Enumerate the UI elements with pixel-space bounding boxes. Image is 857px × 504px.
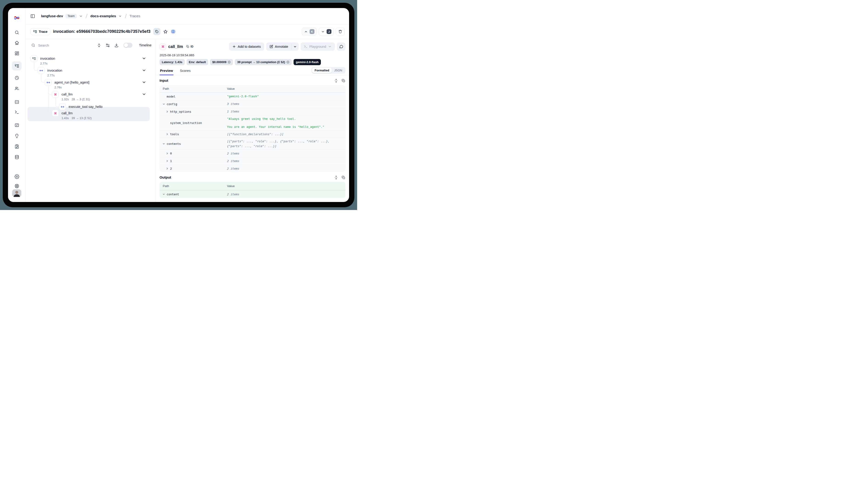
expand-row-chevron-icon[interactable] xyxy=(166,152,169,155)
sidebar-dashboard-icon[interactable] xyxy=(13,50,20,57)
sidebar-datasets-icon[interactable] xyxy=(13,153,20,161)
output-table: PathValuecontent2 items xyxy=(159,182,346,198)
table-row: 22 items xyxy=(159,165,346,172)
collapse-node-chevron-icon[interactable] xyxy=(142,92,147,97)
table-row: system_instruction"Always greet using th… xyxy=(159,115,346,130)
bookmark-star-button[interactable] xyxy=(163,29,168,34)
sidebar-search-icon[interactable] xyxy=(13,29,20,36)
expand-row-chevron-icon[interactable] xyxy=(166,133,169,136)
table-header: PathValue xyxy=(159,182,346,190)
node-duration: 1.43s xyxy=(62,116,69,120)
view-mode-json[interactable]: JSON xyxy=(332,68,345,73)
path-cell: contents xyxy=(159,142,227,146)
sidebar-evals-icon[interactable] xyxy=(13,132,20,139)
collapse-node-chevron-icon[interactable] xyxy=(142,80,147,85)
window-frame: langfuse-dev Team docs-examples Traces T… xyxy=(3,3,354,207)
collapse-node-chevron-icon[interactable] xyxy=(142,68,147,73)
collapse-row-chevron-icon[interactable] xyxy=(162,103,165,105)
sidebar-tracing-icon[interactable] xyxy=(12,61,21,70)
add-to-datasets-button[interactable]: Add to datasets xyxy=(229,43,264,51)
observation-timestamp: 2025-08-19 10:59:54.865 xyxy=(156,51,349,57)
star-icon xyxy=(163,29,168,34)
sidebar-sessions-icon[interactable] xyxy=(13,74,20,81)
comments-button[interactable] xyxy=(337,43,346,51)
detail-tabs: Preview Scores Formatted JSON xyxy=(156,68,349,75)
tree-node-invocation-0[interactable]: invocation2.77s xyxy=(26,55,156,65)
sidebar-home-icon[interactable] xyxy=(13,39,20,46)
detail-scroll-area[interactable]: Input PathValuemodel"gemini-2.0-flash"co… xyxy=(156,75,349,202)
value-cell: 2 items xyxy=(227,151,346,156)
annotate-label: Annotate xyxy=(275,45,288,48)
table-row: config3 items xyxy=(159,100,346,108)
next-trace-button[interactable]: J xyxy=(319,28,334,36)
tree-node-agent_run-2[interactable]: agent_run [hello_agent]2.76s xyxy=(26,79,156,89)
column-header-path: Path xyxy=(159,87,227,90)
tree-node-metrics: 1.32s28 → 3 (Σ 31) xyxy=(62,98,90,101)
copy-id-button[interactable]: ID xyxy=(185,44,195,49)
user-avatar[interactable] xyxy=(12,189,21,197)
sidebar-annotation-queues-icon[interactable] xyxy=(13,143,20,150)
sidebar-toggle-icon[interactable] xyxy=(30,14,35,19)
expand-row-chevron-icon[interactable] xyxy=(166,110,169,113)
expand-row-chevron-icon[interactable] xyxy=(166,159,169,163)
node-duration: 1.32s xyxy=(62,98,69,101)
sidebar-support-icon[interactable] xyxy=(13,183,20,189)
breadcrumb-page[interactable]: Traces xyxy=(130,14,140,18)
breadcrumb-project[interactable]: langfuse-dev xyxy=(41,14,63,18)
chevron-down-icon[interactable] xyxy=(79,15,83,18)
annotate-dropdown-button[interactable] xyxy=(292,43,299,51)
path-cell: tools xyxy=(159,132,227,136)
collapse-row-chevron-icon[interactable] xyxy=(162,193,165,196)
collapse-row-chevron-icon[interactable] xyxy=(162,142,165,145)
trace-nav-controls: K J xyxy=(302,28,345,36)
generation-type-icon xyxy=(52,91,59,98)
sidebar-prompts-icon[interactable] xyxy=(13,99,20,105)
tab-preview[interactable]: Preview xyxy=(159,68,173,75)
tree-node-label: execute_tool say_hello xyxy=(69,105,103,108)
public-share-button[interactable] xyxy=(170,29,176,34)
prev-trace-button[interactable]: K xyxy=(302,28,317,36)
pen-square-icon xyxy=(269,45,273,48)
sidebar-scores-icon[interactable] xyxy=(13,122,20,129)
sidebar-settings-icon[interactable] xyxy=(13,173,20,180)
langfuse-logo-icon[interactable] xyxy=(13,15,20,21)
view-mode-formatted[interactable]: Formatted xyxy=(312,68,332,73)
sidebar-users-icon[interactable] xyxy=(13,85,20,92)
tree-node-label: invocation xyxy=(40,57,55,60)
breadcrumb-section[interactable]: docs-examples xyxy=(90,14,116,18)
value-cell: 1 items xyxy=(227,109,346,114)
sidebar-playground-icon[interactable] xyxy=(13,108,20,115)
desktop-background: langfuse-dev Team docs-examples Traces T… xyxy=(0,0,357,210)
badge-label: Latency: 1.43s xyxy=(162,60,183,64)
chevron-down-icon[interactable] xyxy=(118,15,122,18)
input-section-title: Input xyxy=(159,79,168,83)
expand-vertical-icon[interactable] xyxy=(334,79,338,83)
trace-type-icon xyxy=(31,55,37,62)
generation-type-chip xyxy=(159,44,166,50)
tree-node-execute_tool-4[interactable]: execute_tool say_hello xyxy=(26,103,156,110)
tab-scores[interactable]: Scores xyxy=(180,68,191,75)
path-key: 1 xyxy=(170,159,172,163)
collapse-node-chevron-icon[interactable] xyxy=(142,56,147,61)
model-badge[interactable]: gemini-2.0-flash xyxy=(293,59,321,65)
delete-trace-button[interactable] xyxy=(336,28,345,36)
tree-node-call_llm-3[interactable]: call_llm1.32s28 → 3 (Σ 31) xyxy=(26,91,156,101)
expand-row-chevron-icon[interactable] xyxy=(166,167,169,170)
content-area: Timeline invocation2.77sinvocation2.77sa… xyxy=(26,39,349,202)
plus-icon xyxy=(232,45,236,48)
nav-rail xyxy=(8,8,26,202)
copy-icon[interactable] xyxy=(341,175,346,180)
copy-icon[interactable] xyxy=(341,79,346,83)
tree-node-call_llm-5[interactable]: call_llm1.43s39 → 13 (Σ 52) xyxy=(26,110,156,120)
table-row: 12 items xyxy=(159,157,346,165)
badge-label: Env: default xyxy=(189,60,206,64)
badge-label: $0.000009 xyxy=(212,60,226,64)
breadcrumb: langfuse-dev Team docs-examples Traces xyxy=(41,14,140,18)
annotate-button[interactable]: Annotate xyxy=(266,43,291,51)
playground-label: Playground xyxy=(309,45,326,48)
playground-button[interactable]: Playground xyxy=(301,43,335,51)
expand-vertical-icon[interactable] xyxy=(334,175,338,180)
table-row: 02 items xyxy=(159,149,346,157)
tags-button[interactable] xyxy=(153,28,161,35)
tree-node-invocation-1[interactable]: invocation2.77s xyxy=(26,67,156,77)
